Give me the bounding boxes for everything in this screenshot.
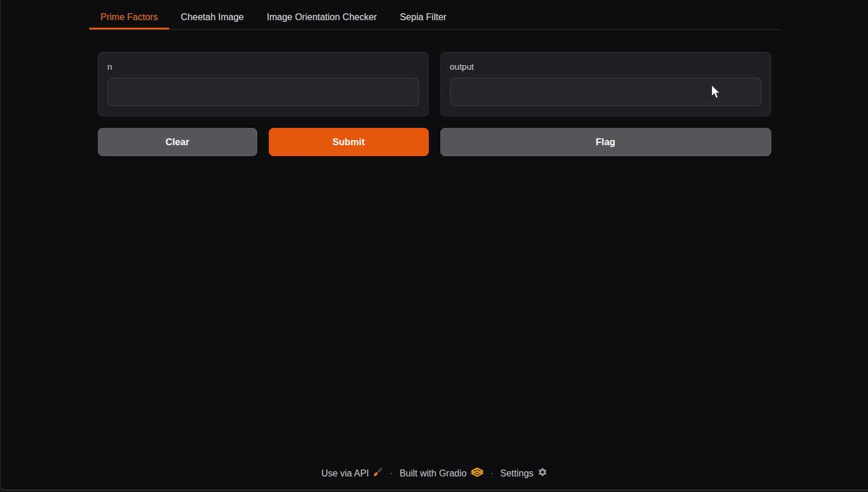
gradio-footer: Use via API · Built with Gradio bbox=[89, 467, 780, 490]
tab-panel-prime-factors: n output Clear Submit bbox=[89, 30, 780, 156]
input-label-n: n bbox=[108, 61, 419, 73]
gradio-app-window: Prime Factors Cheetah Image Image Orient… bbox=[0, 0, 868, 490]
footer-separator: · bbox=[490, 468, 493, 479]
settings-link[interactable]: Settings bbox=[500, 467, 547, 479]
tab-prime-factors[interactable]: Prime Factors bbox=[89, 6, 170, 29]
use-via-api-label: Use via API bbox=[321, 468, 369, 479]
input-card-n: n bbox=[98, 52, 429, 116]
gradio-logo-icon bbox=[471, 467, 484, 479]
tab-cheetah-image[interactable]: Cheetah Image bbox=[169, 6, 255, 29]
n-input[interactable] bbox=[108, 78, 419, 106]
output-card: output bbox=[440, 52, 771, 116]
settings-label: Settings bbox=[500, 468, 534, 479]
use-via-api-link[interactable]: Use via API bbox=[321, 467, 383, 479]
rocket-icon bbox=[373, 467, 383, 479]
tab-sepia-filter[interactable]: Sepia Filter bbox=[389, 6, 458, 29]
output-field[interactable] bbox=[450, 78, 762, 106]
app-container: Prime Factors Cheetah Image Image Orient… bbox=[89, 0, 780, 490]
io-row: n output bbox=[98, 52, 771, 116]
submit-button[interactable]: Submit bbox=[269, 128, 429, 156]
gear-icon bbox=[538, 467, 547, 479]
button-row: Clear Submit Flag bbox=[98, 128, 771, 156]
footer-separator: · bbox=[390, 468, 393, 479]
tab-bar: Prime Factors Cheetah Image Image Orient… bbox=[89, 6, 780, 30]
clear-button[interactable]: Clear bbox=[98, 128, 258, 156]
flag-button[interactable]: Flag bbox=[440, 128, 771, 156]
output-label: output bbox=[450, 61, 762, 73]
built-with-gradio-link[interactable]: Built with Gradio bbox=[399, 467, 484, 479]
built-with-gradio-label: Built with Gradio bbox=[399, 468, 467, 479]
tab-image-orientation-checker[interactable]: Image Orientation Checker bbox=[255, 6, 388, 29]
